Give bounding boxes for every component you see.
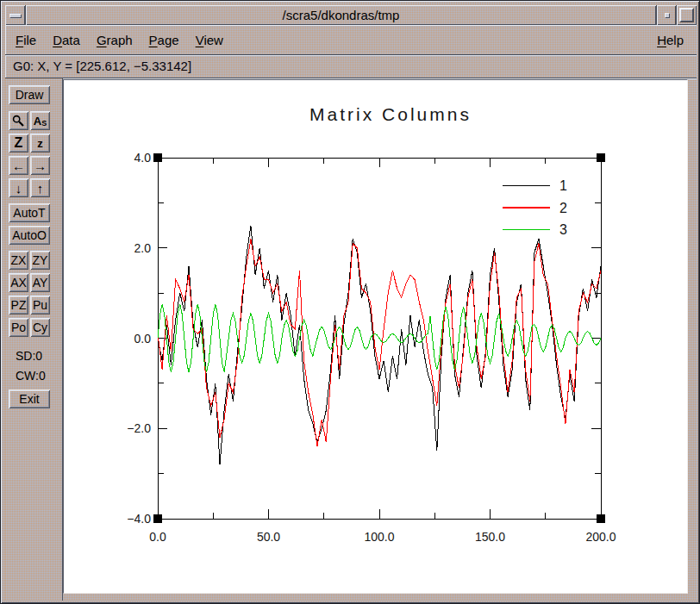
sd-status: SD:0 — [16, 349, 62, 363]
window-menu-dash-icon — [9, 14, 21, 17]
zx-button[interactable]: ZX — [9, 251, 28, 270]
menu-data[interactable]: Data — [47, 30, 86, 50]
window-title: /scra5/dkondras/tmp — [26, 5, 657, 25]
menu-view[interactable]: View — [190, 30, 229, 50]
cw-status: CW:0 — [16, 369, 62, 383]
menu-file[interactable]: File — [9, 30, 42, 50]
tool-panel: Draw AS Z z ← → — [5, 78, 63, 601]
maximize-button[interactable] — [677, 5, 697, 25]
iconify-dot-icon — [665, 13, 669, 17]
autoscale-button[interactable]: AS — [30, 111, 50, 130]
zoom-in-button[interactable]: Z — [9, 134, 28, 153]
zoom-out-button[interactable]: z — [30, 134, 50, 153]
maximize-square-icon — [679, 8, 694, 22]
zy-button[interactable]: ZY — [30, 251, 50, 270]
app-window: /scra5/dkondras/tmp File Data Graph Page… — [0, 0, 700, 604]
menu-graph[interactable]: Graph — [91, 30, 139, 50]
magnifier-icon — [12, 115, 25, 128]
locator-text: G0: X, Y = [225.612, −5.33142] — [13, 59, 191, 73]
exit-button[interactable]: Exit — [9, 389, 50, 408]
iconify-button[interactable] — [657, 5, 677, 25]
pz-button[interactable]: PZ — [9, 296, 28, 314]
autot-button[interactable]: AutoT — [9, 203, 50, 222]
pan-up-button[interactable]: ↑ — [30, 178, 50, 197]
po-button[interactable]: Po — [9, 318, 28, 337]
pan-down-button[interactable]: ↓ — [9, 178, 28, 197]
draw-button[interactable]: Draw — [9, 85, 50, 104]
pu-button[interactable]: Pu — [30, 296, 50, 314]
main-area: Draw AS Z z ← → — [5, 78, 697, 601]
ay-button[interactable]: AY — [30, 273, 50, 292]
menu-page[interactable]: Page — [143, 30, 185, 50]
pan-right-button[interactable]: → — [30, 156, 50, 175]
plot-canvas[interactable] — [63, 79, 688, 594]
menu-bar: File Data Graph Page View Help — [5, 25, 697, 55]
menu-help[interactable]: Help — [651, 30, 690, 50]
ax-button[interactable]: AX — [9, 273, 28, 292]
title-bar[interactable]: /scra5/dkondras/tmp — [5, 5, 697, 25]
autoo-button[interactable]: AutoO — [9, 226, 50, 245]
window-menu-button[interactable] — [5, 5, 26, 25]
locator-bar: G0: X, Y = [225.612, −5.33142] — [5, 55, 697, 78]
cy-button[interactable]: Cy — [30, 318, 50, 337]
zoom-button[interactable] — [9, 111, 28, 130]
pan-left-button[interactable]: ← — [9, 156, 28, 175]
